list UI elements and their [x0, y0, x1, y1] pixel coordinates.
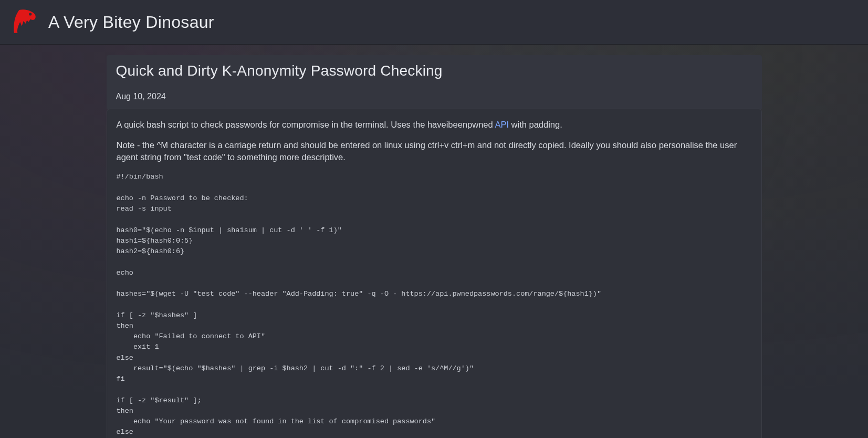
api-link[interactable]: API: [495, 120, 509, 129]
intro-paragraph: A quick bash script to check passwords f…: [117, 119, 752, 131]
post-date: Aug 10, 2024: [116, 92, 752, 101]
site-title: A Very Bitey Dinosaur: [48, 13, 214, 32]
post-header: Quick and Dirty K-Anonymity Password Che…: [107, 55, 762, 109]
site-header: A Very Bitey Dinosaur: [0, 0, 868, 45]
home-link[interactable]: A Very Bitey Dinosaur: [12, 7, 214, 37]
code-block: #!/bin/bash echo -n Password to be check…: [117, 172, 752, 438]
svg-point-0: [29, 13, 32, 15]
post-content: A quick bash script to check passwords f…: [107, 109, 762, 438]
note-paragraph: Note - the ^M character is a carriage re…: [117, 139, 752, 163]
post-title: Quick and Dirty K-Anonymity Password Che…: [116, 62, 752, 79]
page-body: Quick and Dirty K-Anonymity Password Che…: [0, 45, 868, 438]
intro-text-1: A quick bash script to check passwords f…: [117, 120, 495, 129]
dinosaur-logo-icon: [12, 7, 39, 37]
intro-text-2: with padding.: [509, 120, 562, 129]
